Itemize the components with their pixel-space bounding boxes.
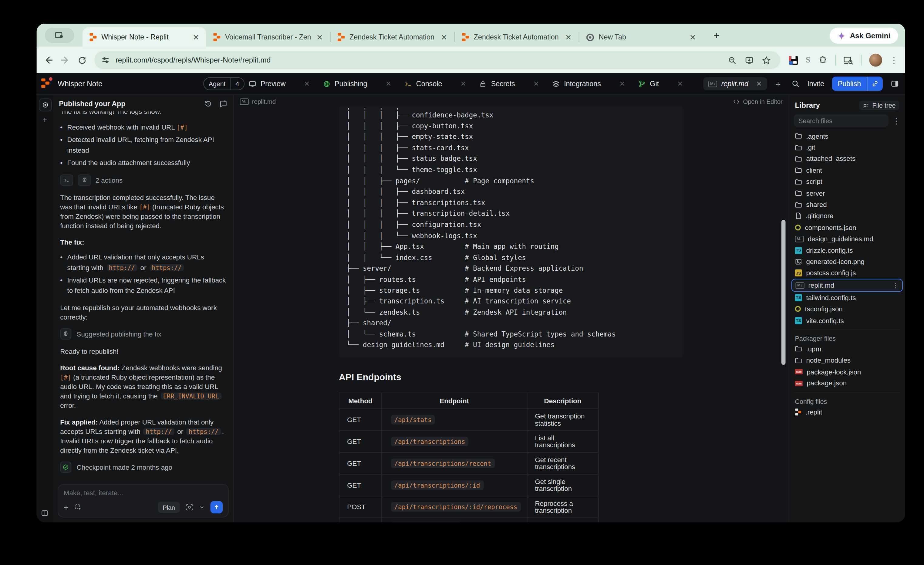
reload-button[interactable] bbox=[78, 56, 87, 65]
code-err: ERR_INVALID_URL bbox=[161, 393, 222, 400]
tab-preview[interactable]: Preview ✕ bbox=[240, 80, 315, 88]
publish-link-icon[interactable] bbox=[867, 77, 883, 91]
new-tab-button[interactable]: + bbox=[710, 30, 723, 42]
library-item-folder[interactable]: node_modules bbox=[789, 355, 905, 366]
send-button[interactable] bbox=[210, 501, 223, 514]
tab-git[interactable]: Git ✕ bbox=[630, 80, 688, 88]
replit-logo[interactable] bbox=[41, 78, 52, 89]
layout-panel-icon[interactable] bbox=[890, 80, 899, 88]
screenshot-icon[interactable] bbox=[186, 503, 193, 511]
device-search-icon[interactable] bbox=[843, 56, 854, 65]
agent-session-button[interactable] bbox=[39, 98, 52, 111]
markdown-body[interactable]: │ │ │ │ │ │ │ ├── confidence-badge.tsx │… bbox=[339, 105, 684, 522]
browser-tab-zendesk-2[interactable]: Zendesk Ticket Automation ✕ bbox=[455, 27, 579, 47]
browser-tab-whisper-note[interactable]: Whisper Note - Replit ✕ bbox=[82, 27, 206, 47]
library-item-folder[interactable]: .git bbox=[789, 142, 905, 153]
file-tree-toggle[interactable]: File tree bbox=[860, 101, 899, 110]
library-item-folder[interactable]: attached_assets bbox=[789, 153, 905, 165]
add-pane-button[interactable]: + bbox=[776, 78, 780, 89]
s-extension-icon[interactable]: S bbox=[806, 56, 810, 65]
close-pane-icon[interactable]: ✕ bbox=[533, 80, 539, 88]
library-menu-icon[interactable]: ⋮ bbox=[892, 116, 900, 125]
tab-integrations[interactable]: Integrations ✕ bbox=[544, 80, 630, 88]
chat-composer[interactable]: Make, test, iterate... + Plan bbox=[58, 484, 228, 518]
new-chat-icon[interactable] bbox=[219, 99, 228, 108]
open-in-editor-button[interactable]: Open in Editor bbox=[743, 98, 782, 105]
publish-button[interactable]: Publish bbox=[832, 77, 883, 91]
close-pane-icon[interactable]: ✕ bbox=[386, 80, 392, 88]
tab-search-button[interactable] bbox=[45, 28, 74, 43]
site-settings-icon[interactable] bbox=[101, 56, 110, 64]
select-element-icon[interactable] bbox=[74, 503, 82, 511]
close-pane-icon[interactable]: ✕ bbox=[756, 80, 762, 88]
library-item-file[interactable]: M↓design_guidelines.md bbox=[789, 233, 905, 245]
forward-button[interactable] bbox=[61, 56, 70, 65]
editor-scrollbar[interactable] bbox=[782, 220, 786, 365]
library-item-file[interactable]: components.json bbox=[789, 222, 905, 233]
library-item-file[interactable]: TStailwind.config.ts bbox=[789, 292, 905, 304]
close-pane-icon[interactable]: ✕ bbox=[460, 80, 466, 88]
search-icon[interactable] bbox=[791, 80, 800, 88]
browser-menu-icon[interactable]: ⋮ bbox=[890, 56, 898, 65]
library-item-file[interactable]: npmpackage.json bbox=[789, 377, 905, 389]
actions-summary[interactable]: 2 actions bbox=[60, 174, 226, 186]
library-item-file[interactable]: .gitignore bbox=[789, 210, 905, 222]
address-bar[interactable]: replit.com/t/cspod/repls/Whisper-Note#re… bbox=[94, 51, 780, 69]
tree-line: │ │ │ ├── status-badge.tsx bbox=[346, 153, 676, 164]
library-item-file[interactable]: .replit bbox=[789, 406, 905, 418]
invite-button[interactable]: Invite bbox=[807, 80, 824, 88]
url-text[interactable]: replit.com/t/cspod/repls/Whisper-Note#re… bbox=[116, 56, 722, 64]
library-item-folder[interactable]: server bbox=[789, 188, 905, 199]
tab-console[interactable]: Console ✕ bbox=[396, 80, 471, 88]
library-item-folder[interactable]: client bbox=[789, 164, 905, 176]
history-icon[interactable] bbox=[204, 99, 212, 108]
library-item-file[interactable]: tsconfig.json bbox=[789, 303, 905, 315]
ask-gemini-button[interactable]: Ask Gemini bbox=[830, 28, 898, 44]
search-files-input[interactable]: Search files bbox=[794, 114, 889, 127]
folder-icon bbox=[795, 190, 802, 196]
close-tab-icon[interactable]: ✕ bbox=[440, 32, 448, 42]
browser-tab-zendesk-1[interactable]: Zendesk Ticket Automation ✕ bbox=[331, 27, 454, 47]
tab-replit-md[interactable]: M↓ replit.md ✕ bbox=[703, 77, 767, 90]
library-item-file[interactable]: npmpackage-lock.json bbox=[789, 366, 905, 377]
close-pane-icon[interactable]: ✕ bbox=[619, 80, 625, 88]
composer-placeholder[interactable]: Make, test, iterate... bbox=[64, 489, 223, 496]
library-item-replit-md-selected[interactable]: M↓replit.md⋮ bbox=[791, 279, 903, 292]
chevron-down-icon[interactable] bbox=[199, 505, 204, 510]
tab-secrets[interactable]: Secrets ✕ bbox=[471, 80, 544, 88]
publish-label[interactable]: Publish bbox=[832, 77, 867, 91]
close-pane-icon[interactable]: ✕ bbox=[304, 80, 310, 88]
library-item-file[interactable]: TSdrizzle.config.ts bbox=[789, 245, 905, 256]
close-tab-icon[interactable]: ✕ bbox=[564, 32, 573, 42]
library-item-file[interactable]: JSpostcss.config.js bbox=[789, 267, 905, 279]
library-item-folder[interactable]: script bbox=[789, 176, 905, 188]
library-item-folder[interactable]: shared bbox=[789, 199, 905, 210]
library-item-folder[interactable]: .agents bbox=[789, 130, 905, 142]
new-chat-rail-button[interactable]: + bbox=[36, 115, 53, 125]
tab-title: Voicemail Transcriber - Zen bbox=[225, 33, 310, 41]
bookmark-star-icon[interactable] bbox=[762, 56, 771, 65]
close-tab-icon[interactable]: ✕ bbox=[315, 32, 324, 42]
zoom-out-icon[interactable] bbox=[728, 56, 737, 65]
agent-badge[interactable]: Agent 4 bbox=[203, 77, 244, 90]
attach-plus-icon[interactable]: + bbox=[64, 502, 69, 512]
browser-tab-new-tab[interactable]: New Tab ✕ bbox=[579, 27, 703, 47]
library-item-file[interactable]: TSvite.config.ts bbox=[789, 315, 905, 326]
close-tab-icon[interactable]: ✕ bbox=[688, 32, 697, 42]
close-pane-icon[interactable]: ✕ bbox=[677, 80, 683, 88]
library-item-folder[interactable]: .upm bbox=[789, 343, 905, 355]
toggle-sidebar-icon[interactable] bbox=[40, 509, 49, 517]
tree-line: │ │ │ ├── copy-button.tsx bbox=[346, 120, 676, 131]
back-button[interactable] bbox=[44, 56, 53, 65]
plan-button[interactable]: Plan bbox=[158, 502, 180, 513]
item-menu-icon[interactable]: ⋮ bbox=[892, 282, 898, 289]
chat-messages[interactable]: The fix is working! The logs show: •Rece… bbox=[53, 111, 233, 479]
close-tab-icon[interactable]: ✕ bbox=[192, 32, 201, 42]
profile-avatar[interactable] bbox=[869, 54, 882, 67]
install-app-icon[interactable] bbox=[745, 56, 754, 65]
extensions-puzzle-icon[interactable] bbox=[818, 56, 827, 65]
html-to-design-extension-icon[interactable] bbox=[789, 56, 798, 65]
browser-tab-voicemail[interactable]: Voicemail Transcriber - Zen ✕ bbox=[206, 27, 330, 47]
tab-publishing[interactable]: Publishing ✕ bbox=[315, 80, 396, 88]
library-item-file[interactable]: generated-icon.png bbox=[789, 256, 905, 267]
